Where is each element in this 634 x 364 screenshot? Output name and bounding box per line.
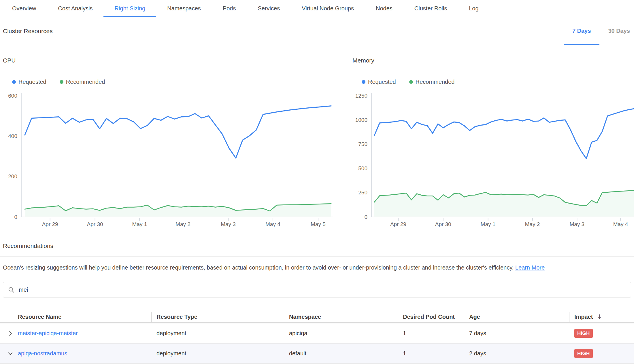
column-header-age[interactable]: Age — [464, 311, 569, 322]
learn-more-link[interactable]: Learn More — [515, 264, 545, 271]
column-header-label: Impact — [574, 314, 593, 320]
resource-name-cell: meister-apiciqa-meister — [0, 330, 151, 337]
column-header-desired-pod-count[interactable]: Desired Pod Count — [398, 311, 464, 322]
resource-name-link[interactable]: apiqa-nostradamus — [18, 350, 67, 357]
tab-right-sizing[interactable]: Right Sizing — [103, 0, 156, 17]
sort-desc-icon: ↓ — [597, 313, 602, 320]
cell-desired-pod-count: 1 — [398, 350, 464, 357]
tab-label: Cluster Rolls — [414, 5, 447, 12]
legend-label: Requested — [18, 79, 46, 85]
legend-label: Requested — [368, 79, 396, 85]
tab-services[interactable]: Services — [247, 0, 291, 17]
column-header-resource-name[interactable]: Resource Name — [0, 311, 151, 322]
svg-text:200: 200 — [8, 173, 17, 179]
tab-label: Services — [258, 5, 280, 12]
svg-text:1250: 1250 — [355, 93, 367, 99]
legend-dot-icon — [12, 80, 16, 84]
cpu-chart-panel: CPU RequestedRecommended 0200400600Apr 2… — [0, 45, 333, 227]
tab-overview[interactable]: Overview — [1, 0, 47, 17]
tab-cost-analysis[interactable]: Cost Analysis — [47, 0, 103, 17]
legend-item-requested[interactable]: Requested — [362, 79, 396, 85]
tab-nodes[interactable]: Nodes — [365, 0, 403, 17]
tab-pods[interactable]: Pods — [212, 0, 247, 17]
search-box[interactable] — [3, 282, 631, 297]
tab-log[interactable]: Log — [458, 0, 489, 17]
tab-label: Overview — [12, 5, 36, 12]
cell-impact: HIGH — [569, 329, 634, 338]
cluster-resources-header: Cluster Resources 7 Days30 Days — [0, 17, 634, 45]
recommendations-table: Resource NameResource TypeNamespaceDesir… — [0, 311, 634, 364]
recommendations-title: Recommendations — [0, 242, 634, 257]
range-tab-label: 30 Days — [608, 28, 630, 34]
cpu-chart: 0200400600Apr 29Apr 30May 1May 2May 3May… — [0, 89, 333, 227]
chevron-right-icon[interactable] — [7, 330, 14, 337]
tab-label: Right Sizing — [114, 5, 145, 12]
memory-chart-legend: RequestedRecommended — [362, 79, 634, 85]
legend-item-recommended[interactable]: Recommended — [60, 79, 105, 85]
svg-text:750: 750 — [358, 141, 367, 147]
legend-dot-icon — [409, 80, 413, 84]
range-tab-label: 7 Days — [572, 28, 591, 34]
tab-namespaces[interactable]: Namespaces — [156, 0, 212, 17]
table-body: meister-apiciqa-meisterdeploymentapiciqa… — [0, 323, 634, 364]
svg-text:1000: 1000 — [355, 117, 367, 123]
column-header-impact[interactable]: Impact↓ — [569, 311, 634, 322]
column-header-resource-type[interactable]: Resource Type — [151, 311, 284, 322]
cpu-chart-legend: RequestedRecommended — [12, 79, 333, 85]
period-toggle: 7 Days30 Days — [564, 17, 634, 45]
range-tab-30-days[interactable]: 30 Days — [599, 17, 634, 45]
svg-text:Apr 29: Apr 29 — [42, 221, 58, 227]
svg-text:600: 600 — [8, 93, 17, 99]
legend-label: Recommended — [416, 79, 455, 85]
table-row[interactable]: meister-apiciqa-meisterdeploymentapiciqa… — [0, 323, 634, 344]
legend-item-requested[interactable]: Requested — [12, 79, 46, 85]
svg-text:May 3: May 3 — [569, 221, 584, 227]
cell-age: 7 days — [464, 330, 569, 337]
top-nav: OverviewCost AnalysisRight SizingNamespa… — [0, 0, 634, 17]
svg-text:0: 0 — [14, 214, 17, 220]
svg-text:0: 0 — [364, 214, 367, 220]
svg-text:May 1: May 1 — [481, 221, 496, 227]
legend-dot-icon — [362, 80, 365, 84]
range-tab-7-days[interactable]: 7 Days — [564, 17, 600, 45]
column-header-label: Age — [469, 314, 480, 320]
chevron-down-icon[interactable] — [7, 350, 14, 357]
tab-virtual-node-groups[interactable]: Virtual Node Groups — [291, 0, 365, 17]
svg-text:Apr 30: Apr 30 — [435, 221, 451, 227]
tab-label: Namespaces — [167, 5, 201, 12]
legend-item-recommended[interactable]: Recommended — [409, 79, 455, 85]
cell-age: 2 days — [464, 350, 569, 357]
tab-label: Nodes — [376, 5, 393, 12]
cell-impact: HIGH — [569, 349, 634, 358]
cell-resource-type: deployment — [151, 330, 284, 337]
tab-label: Virtual Node Groups — [302, 5, 354, 12]
resource-name-cell: apiqa-nostradamus — [0, 350, 151, 357]
resource-name-link[interactable]: meister-apiciqa-meister — [18, 330, 78, 337]
svg-text:May 4: May 4 — [613, 221, 628, 227]
svg-text:May 5: May 5 — [311, 221, 326, 227]
recommendations-description-text: Ocean's resizing suggestions will help y… — [3, 264, 515, 271]
svg-text:May 2: May 2 — [176, 221, 190, 227]
column-header-label: Desired Pod Count — [403, 314, 455, 320]
table-row[interactable]: apiqa-nostradamusdeploymentdefault12 day… — [0, 344, 634, 364]
cell-resource-type: deployment — [151, 350, 284, 357]
svg-text:May 1: May 1 — [132, 221, 147, 227]
impact-badge: HIGH — [574, 329, 593, 338]
tab-label: Log — [469, 5, 478, 12]
memory-chart: 025050075010001250Apr 29Apr 30May 1May 2… — [350, 89, 634, 227]
top-nav-tabs: OverviewCost AnalysisRight SizingNamespa… — [1, 0, 634, 17]
tab-label: Cost Analysis — [58, 5, 93, 12]
search-input[interactable] — [19, 287, 626, 293]
svg-text:Apr 29: Apr 29 — [390, 221, 406, 227]
cell-desired-pod-count: 1 — [398, 330, 464, 337]
column-header-namespace[interactable]: Namespace — [284, 311, 398, 322]
tab-label: Pods — [223, 5, 236, 12]
recommendations-description: Ocean's resizing suggestions will help y… — [3, 263, 631, 272]
column-header-label: Resource Type — [156, 314, 197, 320]
cell-namespace: apiciqa — [284, 330, 398, 337]
tab-cluster-rolls[interactable]: Cluster Rolls — [403, 0, 458, 17]
page-title: Cluster Resources — [3, 28, 53, 35]
svg-text:May 4: May 4 — [265, 221, 280, 227]
table-header: Resource NameResource TypeNamespaceDesir… — [0, 311, 634, 323]
column-header-label: Resource Name — [18, 314, 61, 320]
